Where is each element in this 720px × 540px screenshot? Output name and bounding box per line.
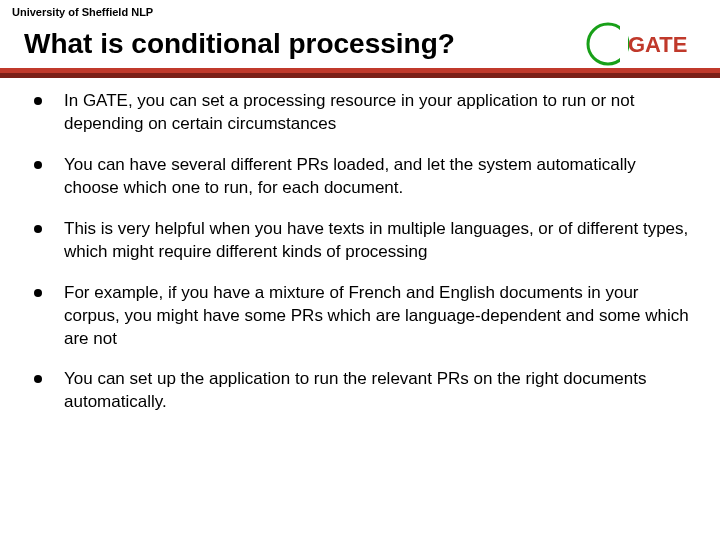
list-item: You can set up the application to run th… — [28, 368, 692, 414]
affiliation-text: University of Sheffield NLP — [0, 0, 720, 18]
svg-rect-1 — [620, 24, 628, 64]
logo-text: GATE — [628, 32, 687, 57]
slide-content: In GATE, you can set a processing resour… — [0, 78, 720, 414]
list-item: You can have several different PRs loade… — [28, 154, 692, 200]
title-row: What is conditional processing? GATE — [0, 18, 720, 66]
bullet-list: In GATE, you can set a processing resour… — [28, 90, 692, 414]
divider-bars — [0, 68, 720, 78]
slide-title: What is conditional processing? — [24, 28, 455, 60]
gate-logo: GATE — [586, 22, 696, 66]
list-item: This is very helpful when you have texts… — [28, 218, 692, 264]
list-item: For example, if you have a mixture of Fr… — [28, 282, 692, 351]
list-item: In GATE, you can set a processing resour… — [28, 90, 692, 136]
